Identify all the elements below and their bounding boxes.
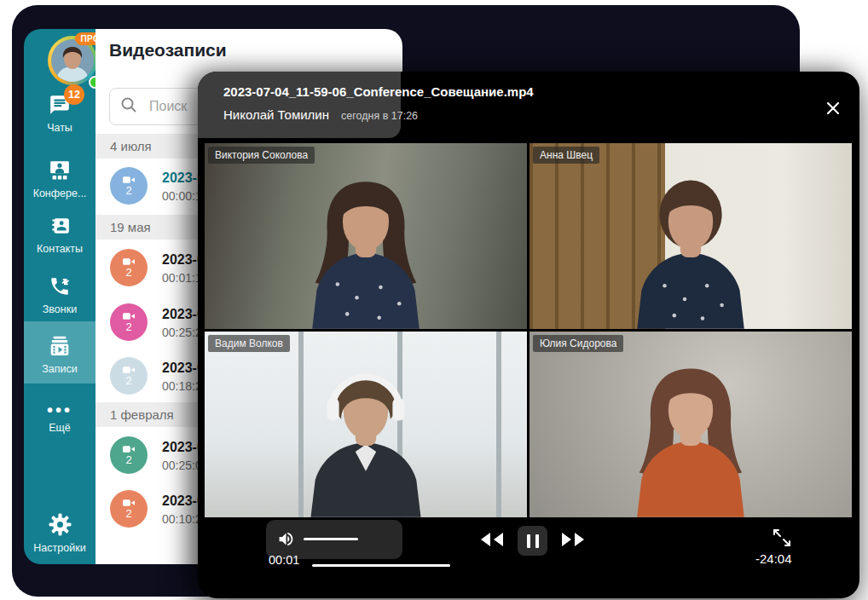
person-silhouette [254,354,477,517]
person-silhouette [579,354,802,517]
seek-bar[interactable] [312,564,450,567]
page: ПРО 12 Чаты [0,0,868,600]
unread-badge: 12 [64,84,84,105]
person-silhouette [579,165,802,329]
sidebar-item-label: Конфере... [24,188,95,199]
sidebar-item-calls[interactable]: Звонки [24,275,95,315]
sidebar-item-label: Настройки [24,542,95,554]
conference-icon [49,159,71,185]
recording-meta: Николай Томилин сегодня в 17:26 [223,107,418,122]
chat-icon: 12 [49,94,71,119]
volume-icon [277,530,295,551]
camera-icon [123,176,135,184]
player-header-toast [198,72,401,138]
avatar-photo [53,44,92,82]
author-name: Николай Томилин [223,107,329,122]
camera-icon [123,257,135,266]
sidebar-item-label: Чаты [24,122,95,134]
participant-count: 2 [125,321,131,332]
video-tile: Вадим Волков [205,332,527,517]
rewind-button[interactable] [479,532,505,547]
sidebar-item-chats[interactable]: 12 Чаты [24,94,95,134]
video-player: Виктория Соколова Анна Швец [198,72,859,598]
recording-filename: 2023-07-04_11-59-06_Conference_Совещание… [223,84,534,99]
camera-icon [123,499,135,507]
video-tile: Анна Швец [529,143,852,329]
video-tile: Юлия Сидорова [529,332,852,517]
participant-name-label: Виктория Соколова [208,147,315,164]
person-silhouette [254,165,477,329]
recording-avatar: 2 [110,357,148,395]
camera-icon [123,445,135,453]
participant-count: 2 [125,267,131,278]
sidebar-item-conferences[interactable]: Конфере... [24,159,95,199]
sidebar-item-label: Контакты [24,243,95,255]
recording-duration: 00:18:2 [162,379,202,393]
participant-name-label: Анна Швец [533,147,599,164]
recording-duration: 00:25:2 [162,326,202,339]
participant-count: 2 [125,508,131,519]
recording-date: сегодня в 17:26 [341,110,418,122]
elapsed-time: 00:01 [269,553,299,567]
recording-duration: 00:01:1 [162,271,202,285]
recordings-icon [49,335,71,361]
phone-icon [49,275,71,301]
camera-icon [123,366,135,374]
recording-avatar: 2 [110,167,148,205]
camera-icon [123,312,135,320]
more-icon: ••• [47,401,72,419]
search-icon [120,96,137,117]
recording-avatar: 2 [110,303,148,341]
sidebar-item-label: Звонки [24,303,95,315]
sidebar: ПРО 12 Чаты [24,29,95,564]
pause-button[interactable] [518,526,547,556]
recording-avatar: 2 [110,436,148,474]
sidebar-item-label: Ещё [24,422,95,434]
sidebar-item-recordings[interactable]: Записи [24,321,95,384]
recording-duration: 00:25:0 [162,459,202,472]
recording-duration: 00:00:1 [162,189,202,203]
sidebar-item-more[interactable]: ••• Ещё [24,404,95,434]
contacts-icon [49,215,71,240]
profile-avatar[interactable]: ПРО [48,36,99,87]
participant-count: 2 [125,375,131,386]
video-tile: Виктория Соколова [205,143,527,329]
participant-name-label: Вадим Волков [208,335,290,352]
avatar [51,39,94,82]
gear-icon [49,513,72,539]
close-icon[interactable] [823,98,843,118]
page-title: Видеозаписи [109,40,227,61]
sidebar-item-label: Записи [24,363,95,375]
sidebar-item-settings[interactable]: Настройки [24,513,95,554]
recording-avatar: 2 [110,249,148,286]
participant-name-label: Юлия Сидорова [533,335,623,352]
participant-count: 2 [125,454,131,465]
fullscreen-icon[interactable] [770,526,794,550]
participant-count: 2 [125,185,131,196]
recording-avatar: 2 [110,490,148,528]
forward-button[interactable] [560,532,586,547]
sidebar-item-contacts[interactable]: Контакты [24,215,95,255]
remaining-time: -24:04 [755,551,792,566]
volume-slider[interactable] [304,538,358,540]
